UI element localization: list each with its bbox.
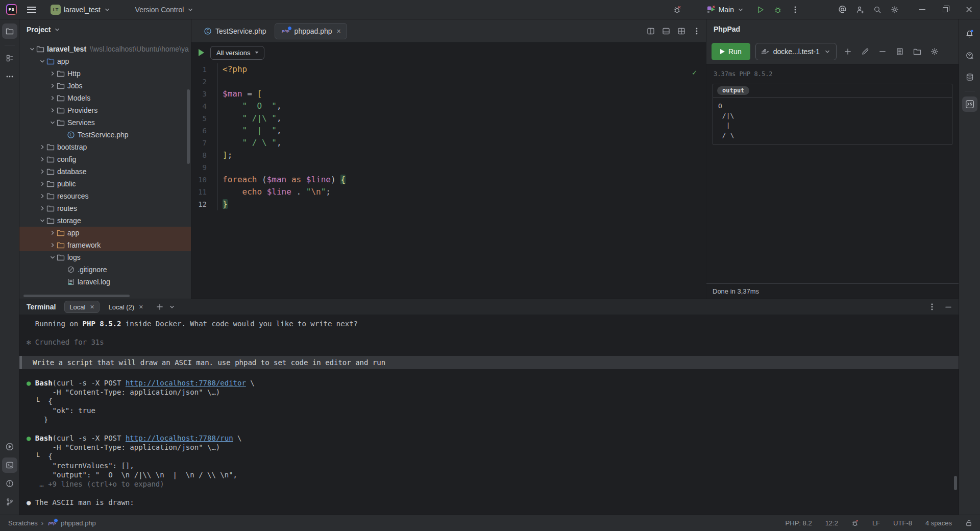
encoding-status[interactable]: UTF-8 [893,519,912,527]
terminal-link[interactable]: http://localhost:7788/run [126,434,233,442]
editor-tab-testservice-php[interactable]: CTestService.php [198,23,273,39]
chevron-down-icon[interactable] [38,58,46,65]
tree-item-framework[interactable]: framework [19,239,191,251]
settings-icon[interactable] [891,6,899,14]
vcs-widget[interactable]: Version Control [132,4,198,16]
code-with-me-icon[interactable] [856,6,864,14]
tree-item--gitignore[interactable]: .gitignore [19,263,191,276]
new-terminal-tab-button[interactable] [156,303,164,311]
breadcrumb[interactable]: Scratches › php phppad.php [8,519,96,527]
edit-button[interactable] [859,45,871,58]
add-button[interactable] [842,45,854,58]
split-horizontal-icon[interactable] [662,27,670,35]
terminal-options-icon[interactable] [928,303,936,311]
chevron-down-icon[interactable] [48,254,57,261]
terminal-scrollbar[interactable] [954,476,957,490]
hide-terminal-icon[interactable] [944,303,952,311]
chevron-right-icon[interactable] [38,168,46,175]
remove-button[interactable] [876,45,889,58]
run-configuration-widget[interactable]: Main [704,3,747,16]
settings-icon[interactable] [928,45,941,58]
close-icon[interactable]: × [337,27,341,35]
phppad-tool-button[interactable] [962,96,977,112]
problems-tool-button[interactable] [2,476,17,491]
project-panel-header[interactable]: Project [19,19,191,37]
tree-item-app[interactable]: app [19,227,191,239]
terminal-link[interactable]: http://localhost:7788/editor [126,379,246,387]
more-actions-icon[interactable] [791,6,799,14]
tree-item-routes[interactable]: routes [19,202,191,214]
chevron-right-icon[interactable] [48,107,57,114]
chevron-right-icon[interactable] [38,192,46,200]
php-version-status[interactable]: PHP: 8.2 [786,519,812,527]
run-tool-button[interactable] [2,439,17,454]
chevron-right-icon[interactable] [38,143,46,151]
tree-item-jobs[interactable]: Jobs [19,80,191,92]
main-menu-icon[interactable] [27,7,36,13]
editor-layout-icon[interactable] [677,27,685,35]
close-button[interactable] [965,6,973,13]
restore-button[interactable] [943,7,948,12]
chevron-right-icon[interactable] [48,229,57,236]
bug-status-icon[interactable] [851,519,859,527]
editor-tab-phppad-php[interactable]: phpphppad.php× [275,23,347,39]
tree-item-http[interactable]: Http [19,67,191,80]
phppad-run-button[interactable]: Run [712,43,750,60]
tree-vertical-scrollbar[interactable] [187,89,190,164]
run-button[interactable] [756,6,765,14]
tree-item-logs[interactable]: logs [19,251,191,263]
code-editor[interactable]: 1<?php23$man = [4 " O ",5 " /|\ ",6 " | … [191,62,706,299]
ai-chat-button[interactable] [962,48,977,63]
tree-item-app[interactable]: app [19,55,191,67]
breadcrumb-file[interactable]: phppad.php [61,519,96,527]
chevron-down-icon[interactable] [48,119,57,126]
split-vertical-icon[interactable] [647,27,655,35]
chevron-right-icon[interactable] [48,94,57,102]
tree-horizontal-scrollbar[interactable] [23,295,130,297]
project-tree[interactable]: laravel_test\\wsl.localhost\Ubuntu\home\… [19,43,191,288]
chevron-down-icon[interactable] [28,45,36,53]
chevron-right-icon[interactable] [48,82,57,89]
interpreter-dropdown[interactable]: docke...l.test-1 [755,43,837,60]
git-tool-button[interactable] [2,494,17,510]
tree-item-laravel-log[interactable]: LOGlaravel.log [19,276,191,288]
tree-item-bootstrap[interactable]: bootstrap [19,141,191,153]
database-button[interactable] [962,69,977,85]
readonly-lock-icon[interactable] [965,519,973,527]
tree-item-resources[interactable]: resources [19,190,191,202]
tree-item-database[interactable]: database [19,165,191,178]
tree-item-config[interactable]: config [19,153,191,165]
chevron-down-icon[interactable] [38,217,46,224]
project-tool-button[interactable] [2,23,17,39]
terminal-tool-button[interactable] [2,457,17,473]
tree-item-laravel-test[interactable]: laravel_test\\wsl.localhost\Ubuntu\home\… [19,43,191,55]
folder-icon[interactable] [911,45,923,58]
profiler-disabled-icon[interactable] [673,6,681,14]
debug-button[interactable] [774,6,782,14]
chevron-right-icon[interactable] [48,70,57,77]
tree-item-services[interactable]: Services [19,116,191,129]
chevron-right-icon[interactable] [48,242,57,249]
more-actions-icon[interactable] [693,27,701,35]
terminal-tab-list-icon[interactable] [168,303,176,310]
more-tool-windows-button[interactable] [2,69,17,84]
line-separator-status[interactable]: LF [872,519,880,527]
tree-item-providers[interactable]: Providers [19,104,191,116]
terminal-tab-local[interactable]: Local× [64,301,99,313]
terminal-tab-local-2-[interactable]: Local (2)× [104,301,149,313]
tree-item-storage[interactable]: storage [19,214,191,227]
php-version-dropdown[interactable]: All versions [210,46,264,60]
tree-item-testservice-php[interactable]: CTestService.php [19,129,191,141]
chevron-right-icon[interactable] [38,156,46,163]
notifications-button[interactable] [962,26,977,41]
search-icon[interactable] [873,6,881,14]
close-icon[interactable]: × [139,303,143,311]
close-icon[interactable]: × [90,303,94,311]
commit-tool-button[interactable] [2,51,17,66]
tree-item-public[interactable]: public [19,178,191,190]
run-scratch-icon[interactable] [199,49,204,56]
terminal-output[interactable]: Running on PHP 8.5.2 inside Docker. What… [19,315,959,515]
breadcrumb-root[interactable]: Scratches [8,519,38,527]
tree-item-models[interactable]: Models [19,92,191,104]
indent-status[interactable]: 4 spaces [925,519,952,527]
